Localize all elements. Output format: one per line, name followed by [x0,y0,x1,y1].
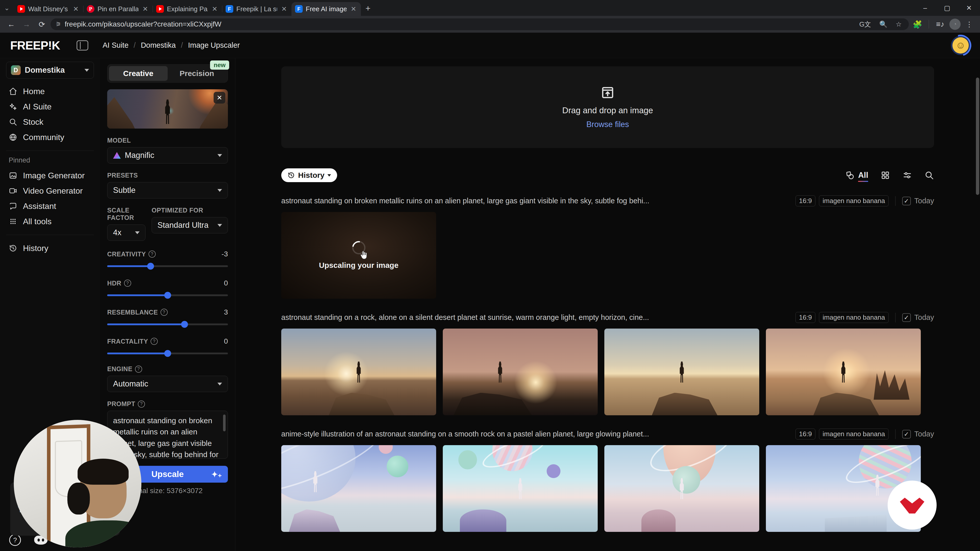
prompt-scrollbar[interactable] [223,414,226,431]
sidebar-item-video-generator[interactable]: Video Generator [6,183,94,198]
user-avatar[interactable] [953,37,969,54]
history-dropdown-button[interactable]: History [281,168,337,182]
sidebar-collapse-icon[interactable] [76,40,88,51]
row-checkbox[interactable]: ✓ [902,313,911,322]
image-dropzone[interactable]: Drag and drop an image Browse files [281,66,934,148]
window-maximize-button[interactable]: ▢ [936,0,958,16]
model-dropdown[interactable]: Magnific [107,147,228,164]
optimized-for-dropdown[interactable]: Standard Ultra [151,217,228,233]
tab-close-icon[interactable]: ✕ [211,5,218,13]
fractality-slider[interactable] [107,349,228,357]
tab-creative[interactable]: Creative [109,66,168,81]
history-icon [287,171,295,179]
new-tab-button[interactable]: + [366,3,371,13]
history-row-header: anime-style illustration of an astronaut… [281,429,934,440]
search-icon[interactable] [924,170,934,180]
generated-image[interactable] [443,445,598,532]
slider-handle[interactable] [164,350,171,357]
workspace-selector[interactable]: D Domestika [6,62,94,79]
slider-handle[interactable] [164,292,171,299]
generated-image[interactable] [605,329,759,415]
slider-handle[interactable] [147,263,154,270]
sidebar-item-stock[interactable]: Stock [6,114,94,130]
forward-icon[interactable]: → [20,17,33,31]
zoom-icon[interactable]: 🔍 [877,21,889,28]
generated-image[interactable] [766,329,921,415]
window-minimize-button[interactable]: – [914,0,936,16]
chevron-down-icon [218,189,222,192]
breadcrumb-ai-suite[interactable]: AI Suite [103,41,129,49]
window-close-button[interactable]: ✕ [958,0,980,16]
browser-profile-avatar[interactable]: ◔ [950,19,961,30]
sidebar-item-image-generator[interactable]: Image Generator [6,168,94,183]
hdr-slider[interactable] [107,291,228,299]
help-icon[interactable]: ? [151,338,158,345]
browser-tab[interactable]: Freepik | La suite creativa de IA ✕ [222,2,291,16]
row-prompt-text[interactable]: astronaut standing on a rock, alone on a… [281,313,649,322]
engine-dropdown[interactable]: Automatic [107,376,228,392]
browser-tab[interactable]: Pin en Parallax ✕ [83,2,153,16]
sidebar-item-history[interactable]: History [6,241,94,256]
browse-files-link[interactable]: Browse files [586,120,629,129]
site-settings-icon[interactable]: ⚞ [56,21,61,28]
row-checkbox[interactable]: ✓ [902,430,911,438]
sidebar-item-home[interactable]: Home [6,84,94,99]
resemblance-slider[interactable] [107,321,228,328]
home-icon [9,87,18,96]
freepik-logo[interactable]: FREEP!K [0,38,76,52]
url-bar[interactable]: ⚞ freepik.com/pikaso/upscaler?creation=x… [51,18,909,30]
row-prompt-text[interactable]: astronaut standing on broken metallic ru… [281,197,649,205]
breadcrumb-image-upscaler[interactable]: Image Upscaler [188,41,240,49]
help-icon[interactable]: ? [148,251,156,258]
layout-grid-icon[interactable] [880,170,890,180]
generated-image[interactable] [281,445,436,532]
tab-close-icon[interactable]: ✕ [280,5,288,13]
browser-tab[interactable]: Walt Disney's MultiPlane Came ✕ [14,2,83,16]
remove-image-button[interactable]: ✕ [213,92,225,103]
grid-icon [9,217,18,226]
sidebar-item-community[interactable]: Community [6,130,94,145]
bookmark-star-icon[interactable]: ☆ [894,21,904,28]
breadcrumb-domestika[interactable]: Domestika [141,41,176,49]
back-icon[interactable]: ← [5,17,18,31]
page-scrollbar[interactable] [976,78,979,195]
help-icon[interactable]: ? [138,400,145,408]
upscaling-result-tile[interactable]: Upscaling your image [281,212,436,299]
extensions-icon[interactable]: 🧩 [911,17,924,31]
breadcrumb: AI Suite / Domestika / Image Upscaler [103,41,240,49]
new-badge: new [210,60,229,70]
filter-sliders-icon[interactable] [902,170,912,180]
sidebar-item-ai-suite[interactable]: AI Suite [6,99,94,114]
refresh-icon[interactable]: ⟳ [35,17,48,31]
help-icon[interactable]: ? [124,279,131,287]
generated-image[interactable] [281,329,436,415]
ratio-badge: 16:9 [795,429,816,440]
sidebar-item-assistant[interactable]: Assistant [6,198,94,214]
row-date: Today [915,197,934,205]
row-prompt-text[interactable]: anime-style illustration of an astronaut… [281,430,649,438]
browser-toolbar: ← → ⟳ ⚞ freepik.com/pikaso/upscaler?crea… [0,16,980,33]
translate-icon[interactable]: G文 [857,20,873,29]
scale-factor-dropdown[interactable]: 4x [107,224,145,241]
slider-handle[interactable] [181,321,188,328]
scale-factor-label: SCALE FACTOR [107,206,145,221]
browser-tab-active[interactable]: Free AI image upscaler ✕ [291,2,361,16]
generated-image[interactable] [443,329,598,415]
presets-dropdown[interactable]: Subtle [107,182,228,198]
tab-close-icon[interactable]: ✕ [72,5,80,13]
row-checkbox[interactable]: ✓ [902,197,911,205]
generated-image[interactable] [605,445,759,532]
creativity-slider[interactable] [107,262,228,270]
browser-menu-icon[interactable]: ⋮ [963,20,975,29]
help-icon[interactable]: ? [161,309,168,316]
tab-close-icon[interactable]: ✕ [142,5,149,13]
browser-tab[interactable]: Explaining Parallax - Disney's M ✕ [153,2,222,16]
help-button[interactable]: ? [9,534,21,546]
tab-close-icon[interactable]: ✕ [350,5,357,13]
help-icon[interactable]: ? [135,365,142,373]
media-playlist-icon[interactable]: ≡♪ [934,17,947,31]
url-text[interactable]: freepik.com/pikaso/upscaler?creation=xli… [65,20,853,28]
sidebar-item-all-tools[interactable]: All tools [6,214,94,229]
filter-all-button[interactable]: All [845,170,868,180]
tab-search-icon[interactable]: ⌄ [0,0,14,16]
